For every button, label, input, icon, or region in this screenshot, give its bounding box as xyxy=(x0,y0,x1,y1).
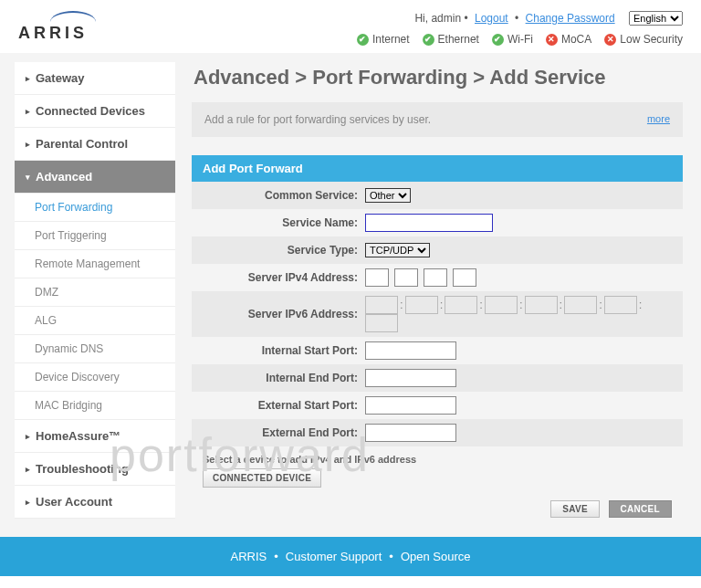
check-icon: ✔ xyxy=(423,34,434,46)
label-internal-end-port: Internal End Port: xyxy=(203,372,365,384)
internal-end-port-input[interactable] xyxy=(365,369,456,387)
chevron-right-icon: ▸ xyxy=(26,74,30,83)
check-icon: ✔ xyxy=(357,34,369,46)
common-service-select[interactable]: Other xyxy=(365,188,411,203)
label-ipv6: Server IPv6 Address: xyxy=(203,308,365,320)
sidebar-sub-port-triggering[interactable]: Port Triggering xyxy=(15,222,175,250)
ipv4-octet-3[interactable] xyxy=(424,268,447,287)
language-select[interactable]: English xyxy=(629,11,683,26)
main: Advanced > Port Forwarding > Add Service… xyxy=(192,62,683,519)
status-ethernet: ✔Ethernet xyxy=(423,33,479,46)
sidebar-item-advanced[interactable]: ▾Advanced xyxy=(15,161,175,194)
ipv6-seg-2[interactable] xyxy=(405,296,438,314)
row-ipv4: Server IPv4 Address: xyxy=(192,264,683,291)
connected-device-wrap: CONNECTED DEVICE xyxy=(192,467,683,497)
row-ipv6: Server IPv6 Address: ::::::: xyxy=(192,291,683,337)
sidebar-sub-remote-management[interactable]: Remote Management xyxy=(15,250,175,278)
internal-start-port-input[interactable] xyxy=(365,341,456,360)
chevron-right-icon: ▸ xyxy=(26,107,30,116)
greeting-text: Hi, admin xyxy=(414,12,461,25)
select-device-text: Select a device to add IPv4 and IPv6 add… xyxy=(192,446,683,467)
sidebar-item-homeassure[interactable]: ▸HomeAssure™ xyxy=(15,420,175,453)
sidebar-sub-mac-bridging[interactable]: MAC Bridging xyxy=(15,392,175,420)
sidebar-sub-alg[interactable]: ALG xyxy=(15,307,175,335)
chevron-right-icon: ▸ xyxy=(26,465,30,474)
row-internal-start-port: Internal Start Port: xyxy=(192,337,683,364)
ipv4-octet-2[interactable] xyxy=(394,268,418,287)
info-text: Add a rule for port forwarding services … xyxy=(204,113,431,126)
row-external-end-port: External End Port: xyxy=(192,419,683,446)
row-internal-end-port: Internal End Port: xyxy=(192,364,683,392)
action-row: SAVE CANCEL xyxy=(192,497,683,518)
sidebar-item-user-account[interactable]: ▸User Account xyxy=(15,486,175,519)
row-common-service: Common Service: Other xyxy=(192,182,683,209)
info-box: Add a rule for port forwarding services … xyxy=(192,102,683,137)
save-button[interactable]: SAVE xyxy=(550,500,600,518)
label-internal-start-port: Internal Start Port: xyxy=(203,344,365,357)
row-external-start-port: External Start Port: xyxy=(192,392,683,419)
ipv6-seg-5[interactable] xyxy=(525,296,558,314)
label-common-service: Common Service: xyxy=(203,189,365,202)
label-service-name: Service Name: xyxy=(203,216,365,229)
label-external-end-port: External End Port: xyxy=(203,426,365,439)
external-end-port-input[interactable] xyxy=(365,424,456,442)
chevron-right-icon: ▸ xyxy=(26,498,30,507)
chevron-down-icon: ▾ xyxy=(26,173,30,182)
header: ARRIS Hi, admin • Logout • Change Passwo… xyxy=(0,0,701,53)
chevron-right-icon: ▸ xyxy=(26,432,30,441)
content: portforward ▸Gateway ▸Connected Devices … xyxy=(0,53,701,537)
ipv6-seg-6[interactable] xyxy=(564,296,597,314)
check-icon: ✔ xyxy=(492,34,504,46)
ipv6-fields: ::::::: xyxy=(365,296,672,332)
status-line: ✔Internet ✔Ethernet ✔Wi-Fi ✕MoCA ✕Low Se… xyxy=(357,33,683,46)
cancel-button[interactable]: CANCEL xyxy=(609,500,672,518)
ipv4-fields xyxy=(365,268,672,287)
footer-arris[interactable]: ARRIS xyxy=(231,550,267,563)
sidebar-item-gateway[interactable]: ▸Gateway xyxy=(15,62,175,95)
label-service-type: Service Type: xyxy=(203,244,365,257)
footer: ARRIS•Customer Support•Open Source xyxy=(0,537,701,576)
more-link[interactable]: more xyxy=(647,113,670,124)
sidebar-item-parental-control[interactable]: ▸Parental Control xyxy=(15,128,175,161)
status-wifi: ✔Wi-Fi xyxy=(492,33,533,46)
x-icon: ✕ xyxy=(546,34,558,46)
change-password-link[interactable]: Change Password xyxy=(526,12,615,25)
x-icon: ✕ xyxy=(604,34,616,46)
footer-open-source[interactable]: Open Source xyxy=(401,550,471,563)
sidebar-item-troubleshooting[interactable]: ▸Troubleshooting xyxy=(15,453,175,486)
logo: ARRIS xyxy=(18,11,88,43)
service-type-select[interactable]: TCP/UDP xyxy=(365,243,430,257)
ipv6-seg-7[interactable] xyxy=(604,296,637,314)
ipv6-seg-3[interactable] xyxy=(445,296,477,314)
row-service-type: Service Type: TCP/UDP xyxy=(192,236,683,264)
header-right: Hi, admin • Logout • Change Password Eng… xyxy=(357,11,683,46)
panel-heading: Add Port Forward xyxy=(192,155,683,182)
ipv4-octet-4[interactable] xyxy=(453,268,476,287)
chevron-right-icon: ▸ xyxy=(26,140,30,149)
service-name-input[interactable] xyxy=(365,214,493,232)
ipv6-seg-1[interactable] xyxy=(365,296,398,314)
label-external-start-port: External Start Port: xyxy=(203,399,365,412)
header-links: Hi, admin • Logout • Change Password Eng… xyxy=(357,11,683,26)
ipv6-seg-8[interactable] xyxy=(365,314,398,332)
footer-customer-support[interactable]: Customer Support xyxy=(286,550,382,563)
label-ipv4: Server IPv4 Address: xyxy=(203,271,365,284)
sidebar-sub-device-discovery[interactable]: Device Discovery xyxy=(15,363,175,392)
ipv4-octet-1[interactable] xyxy=(365,268,389,287)
connected-device-button[interactable]: CONNECTED DEVICE xyxy=(203,468,321,488)
sidebar-sub-dmz[interactable]: DMZ xyxy=(15,278,175,307)
external-start-port-input[interactable] xyxy=(365,396,456,415)
sidebar-sub-dynamic-dns[interactable]: Dynamic DNS xyxy=(15,335,175,363)
sidebar-item-connected-devices[interactable]: ▸Connected Devices xyxy=(15,95,175,128)
sidebar: ▸Gateway ▸Connected Devices ▸Parental Co… xyxy=(15,62,175,519)
row-service-name: Service Name: xyxy=(192,209,683,236)
status-internet: ✔Internet xyxy=(357,33,410,46)
sidebar-sub-port-forwarding[interactable]: Port Forwarding xyxy=(15,194,175,222)
page-title: Advanced > Port Forwarding > Add Service xyxy=(194,66,683,89)
status-moca: ✕MoCA xyxy=(546,33,591,46)
ipv6-seg-4[interactable] xyxy=(485,296,518,314)
logout-link[interactable]: Logout xyxy=(475,12,508,25)
status-low-security: ✕Low Security xyxy=(604,33,683,46)
